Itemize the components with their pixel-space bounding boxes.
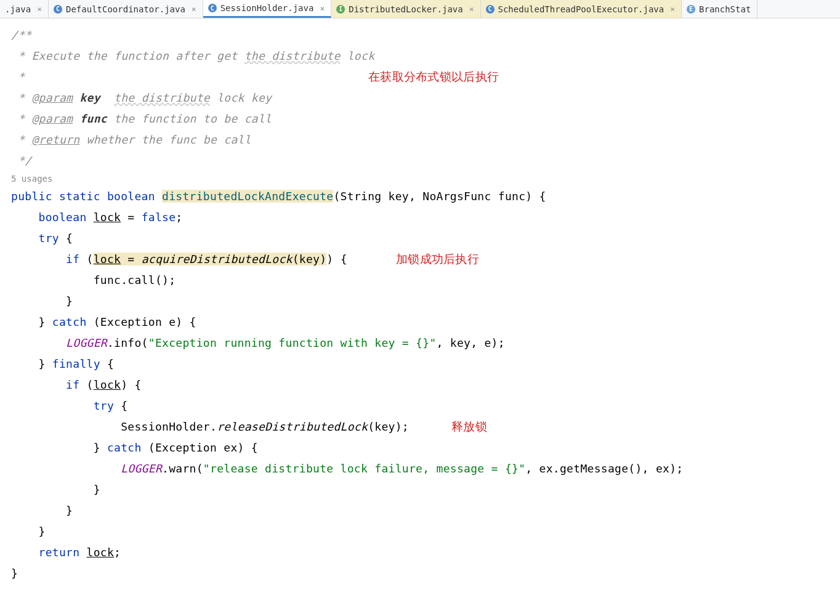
code-line: } catch (Exception ex) {: [11, 437, 840, 458]
code-line: try {: [11, 395, 840, 416]
close-icon[interactable]: ×: [320, 4, 325, 13]
class-icon: C: [208, 4, 217, 12]
tab-label: ScheduledThreadPoolExecutor.java: [498, 4, 664, 14]
code-line: return lock;: [11, 542, 840, 563]
class-icon: C: [486, 5, 495, 14]
code-line: if (lock = acquireDistributedLock(key)) …: [11, 249, 840, 270]
comment: *: [11, 70, 25, 83]
comment: * Execute the function after get the dis…: [11, 49, 374, 62]
tab-java[interactable]: .java ×: [0, 0, 49, 18]
code-line: LOGGER.info("Exception running function …: [11, 333, 840, 354]
code-line: public static boolean distributedLockAnd…: [11, 186, 840, 207]
enum-icon: E: [687, 5, 695, 14]
code-line: } finally {: [11, 354, 840, 375]
close-icon[interactable]: ×: [37, 4, 42, 14]
annotation-comment-1: 在获取分布式锁以后执行: [368, 67, 499, 87]
code-line: if (lock) {: [11, 375, 840, 395]
code-line: }: [11, 563, 840, 584]
tab-distributed-locker[interactable]: I DistributedLocker.java ×: [331, 0, 480, 18]
comment: /**: [11, 28, 31, 41]
code-line: boolean lock = false;: [11, 207, 840, 228]
tab-default-coordinator[interactable]: C DefaultCoordinator.java ×: [49, 0, 203, 18]
class-icon: C: [54, 5, 62, 14]
javadoc-param: * @param key the distribute lock key: [11, 91, 272, 104]
tab-scheduled-thread-pool[interactable]: C ScheduledThreadPoolExecutor.java ×: [481, 0, 682, 18]
code-line: }: [11, 291, 840, 312]
usages-hint[interactable]: 5 usages: [11, 171, 840, 186]
javadoc-param: * @param func the function to be call: [11, 112, 272, 125]
tab-session-holder[interactable]: C SessionHolder.java ×: [203, 0, 332, 18]
code-line: }: [11, 521, 840, 542]
javadoc-return: * @return whether the func be call: [11, 133, 251, 146]
close-icon[interactable]: ×: [469, 4, 474, 14]
tab-label: SessionHolder.java: [220, 3, 314, 13]
close-icon[interactable]: ×: [670, 4, 675, 14]
interface-icon: I: [336, 5, 345, 14]
tab-label: .java: [5, 4, 31, 14]
annotation-comment-3: 释放锁: [451, 416, 487, 437]
code-line: }: [11, 500, 840, 521]
comment: */: [11, 154, 31, 167]
tab-label: BranchStat: [699, 4, 751, 14]
close-icon[interactable]: ×: [192, 4, 196, 14]
tab-branch-stat[interactable]: E BranchStat: [682, 0, 757, 18]
code-line: LOGGER.warn("release distribute lock fai…: [11, 458, 840, 479]
code-line: try {: [11, 228, 840, 249]
code-line: func.call();: [11, 270, 840, 291]
annotation-comment-2: 加锁成功后执行: [396, 249, 479, 270]
tab-label: DefaultCoordinator.java: [66, 4, 185, 14]
tab-label: DistributedLocker.java: [349, 4, 462, 14]
code-line: } catch (Exception e) {: [11, 312, 840, 333]
code-line: SessionHolder.releaseDistributedLock(key…: [11, 416, 840, 437]
code-editor[interactable]: /** * Execute the function after get the…: [0, 18, 840, 596]
code-line: }: [11, 479, 840, 500]
editor-tabs: .java × C DefaultCoordinator.java × C Se…: [0, 0, 840, 18]
